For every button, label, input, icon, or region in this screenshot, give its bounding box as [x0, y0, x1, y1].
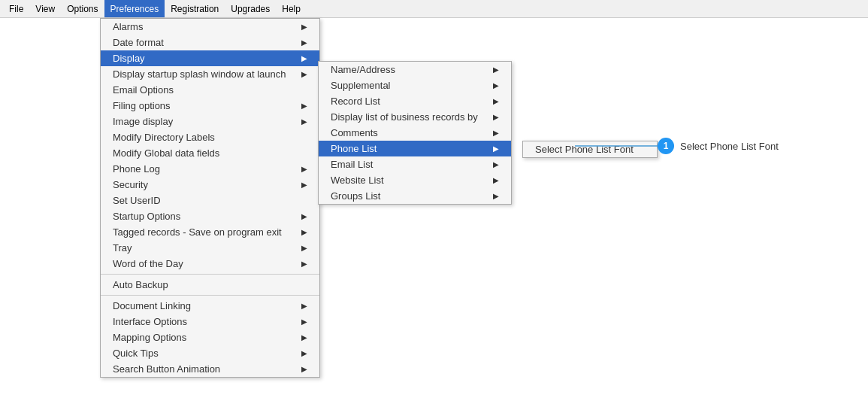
menu-item-interface-options[interactable]: Interface Options ▶: [101, 314, 319, 329]
menu-item-filing-options[interactable]: Filing options ▶: [101, 98, 319, 114]
menu-item-display-startup[interactable]: Display startup splash window at launch …: [101, 66, 319, 82]
display-submenu: Name/Address ▶ Supplemental ▶ Record Lis…: [318, 61, 512, 205]
arrow-icon: ▶: [301, 228, 307, 236]
menubar-item-registration[interactable]: Registration: [165, 0, 225, 17]
separator-2: [101, 295, 319, 296]
submenu-item-comments[interactable]: Comments ▶: [319, 125, 511, 141]
arrow-icon: ▶: [301, 23, 307, 31]
main-content: Alarms ▶ Date format ▶ Display ▶ Display…: [0, 18, 868, 413]
menu-item-auto-backup[interactable]: Auto Backup: [101, 277, 319, 293]
menu-item-security[interactable]: Security ▶: [101, 177, 319, 193]
arrow-icon: ▶: [493, 113, 499, 121]
menu-item-startup-options[interactable]: Startup Options ▶: [101, 208, 319, 224]
arrow-icon: ▶: [301, 244, 307, 252]
menu-item-image-display[interactable]: Image display ▶: [101, 114, 319, 129]
separator-1: [101, 274, 319, 275]
callout-container: 1 Select Phone List Font: [658, 138, 779, 154]
arrow-icon: ▶: [493, 176, 499, 184]
menu-item-alarms[interactable]: Alarms ▶: [101, 19, 319, 35]
arrow-icon: ▶: [301, 38, 307, 47]
submenu-item-supplemental[interactable]: Supplemental ▶: [319, 77, 511, 93]
menu-item-search-button-animation[interactable]: Search Button Animation ▶: [101, 361, 319, 377]
arrow-icon: ▶: [301, 260, 307, 268]
menu-item-mapping-options[interactable]: Mapping Options ▶: [101, 329, 319, 345]
menubar-item-options[interactable]: Options: [61, 0, 104, 17]
callout-badge: 1: [658, 138, 674, 154]
menubar-item-upgrades[interactable]: Upgrades: [225, 0, 276, 17]
arrow-icon: ▶: [301, 70, 307, 78]
menubar: File View Options Preferences Registrati…: [0, 0, 868, 18]
arrow-icon: ▶: [493, 129, 499, 137]
arrow-icon: ▶: [493, 160, 499, 169]
menu-item-modify-directory[interactable]: Modify Directory Labels: [101, 129, 319, 145]
arrow-icon: ▶: [493, 81, 499, 90]
menu-item-email-options[interactable]: Email Options: [101, 82, 319, 98]
arrow-icon: ▶: [493, 192, 499, 200]
menubar-item-help[interactable]: Help: [276, 0, 307, 17]
arrow-icon: ▶: [301, 212, 307, 220]
callout-label: Select Phone List Font: [680, 141, 779, 152]
menu-item-date-format[interactable]: Date format ▶: [101, 35, 319, 50]
callout-line: [575, 141, 658, 151]
menubar-item-view[interactable]: View: [29, 0, 61, 17]
menu-item-set-userid[interactable]: Set UserID: [101, 193, 319, 208]
arrow-icon: ▶: [301, 302, 307, 310]
arrow-icon: ▶: [301, 365, 307, 373]
arrow-icon: ▶: [493, 65, 499, 74]
submenu-item-website-list[interactable]: Website List ▶: [319, 172, 511, 188]
menu-item-display[interactable]: Display ▶: [101, 50, 319, 66]
arrow-icon: ▶: [301, 117, 307, 126]
arrow-icon: ▶: [301, 181, 307, 189]
arrow-icon: ▶: [493, 144, 499, 153]
menubar-item-preferences[interactable]: Preferences: [104, 0, 165, 17]
arrow-icon: ▶: [301, 349, 307, 357]
menu-item-tagged-records[interactable]: Tagged records - Save on program exit ▶: [101, 224, 319, 240]
submenu-item-display-list-business[interactable]: Display list of business records by ▶: [319, 109, 511, 125]
menu-item-document-linking[interactable]: Document Linking ▶: [101, 298, 319, 314]
arrow-icon: ▶: [301, 54, 307, 62]
submenu-item-phone-list[interactable]: Phone List ▶: [319, 141, 511, 156]
arrow-icon: ▶: [301, 102, 307, 110]
submenu-item-email-list[interactable]: Email List ▶: [319, 156, 511, 172]
submenu-item-groups-list[interactable]: Groups List ▶: [319, 188, 511, 204]
arrow-icon: ▶: [301, 165, 307, 173]
arrow-icon: ▶: [301, 333, 307, 342]
menu-item-tray[interactable]: Tray ▶: [101, 240, 319, 256]
menu-item-phone-log[interactable]: Phone Log ▶: [101, 161, 319, 177]
menubar-item-file[interactable]: File: [3, 0, 29, 17]
preferences-dropdown: Alarms ▶ Date format ▶ Display ▶ Display…: [100, 18, 320, 378]
menu-item-modify-global[interactable]: Modify Global data fields: [101, 145, 319, 161]
submenu-item-record-list[interactable]: Record List ▶: [319, 93, 511, 109]
menu-item-word-of-day[interactable]: Word of the Day ▶: [101, 256, 319, 272]
arrow-icon: ▶: [301, 317, 307, 326]
menu-item-quick-tips[interactable]: Quick Tips ▶: [101, 345, 319, 361]
arrow-icon: ▶: [493, 97, 499, 105]
submenu-item-name-address[interactable]: Name/Address ▶: [319, 62, 511, 77]
